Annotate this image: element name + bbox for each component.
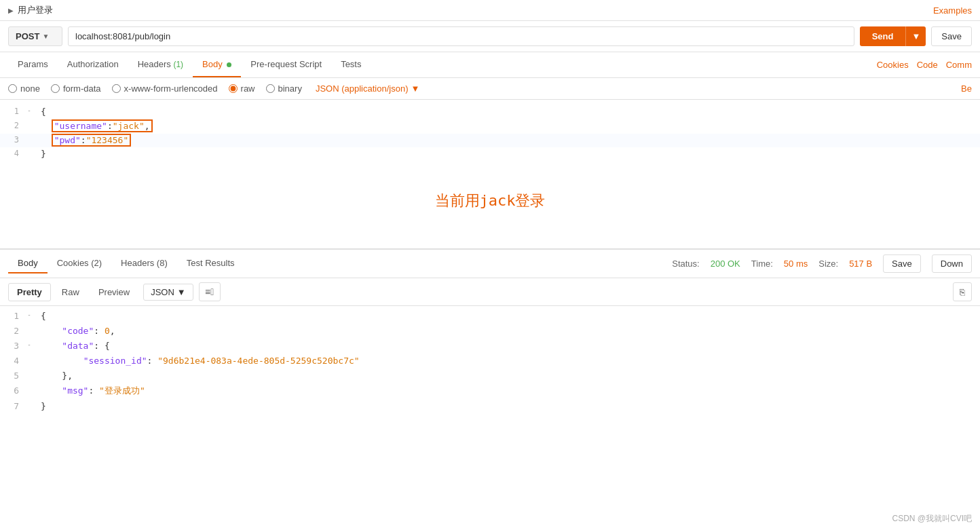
tab-tests[interactable]: Tests bbox=[331, 52, 371, 77]
radio-raw[interactable]: raw bbox=[229, 83, 255, 94]
line-num-3: 3 bbox=[0, 134, 27, 147]
send-dropdown-arrow-icon[interactable]: ▼ bbox=[905, 26, 926, 46]
code-link[interactable]: Code bbox=[917, 60, 938, 70]
resp-line-num-6: 6 bbox=[0, 383, 27, 398]
cookies-link[interactable]: Cookies bbox=[877, 60, 909, 70]
response-meta: Status: 200 OK Time: 50 ms Size: 517 B S… bbox=[672, 254, 972, 273]
radio-none[interactable]: none bbox=[8, 83, 40, 94]
top-bar: ▶ 用户登录 Examples bbox=[0, 0, 980, 21]
tab-headers[interactable]: Headers (1) bbox=[128, 52, 193, 77]
line-num-2: 2 bbox=[0, 119, 27, 132]
resp-content-4: "session_id": "9d6b21e4-083a-4ede-805d-5… bbox=[38, 354, 980, 368]
beautify-link[interactable]: Be bbox=[961, 83, 972, 94]
size-label: Size: bbox=[818, 259, 838, 269]
request-code-editor[interactable]: 1 - { 2 "username":"jack", 3 "pwd":"1234… bbox=[0, 100, 980, 249]
send-label: Send bbox=[860, 26, 906, 46]
format-preview-btn[interactable]: Preview bbox=[90, 284, 138, 301]
format-raw-btn[interactable]: Raw bbox=[54, 284, 88, 301]
copy-response-button[interactable]: ⎘ bbox=[953, 282, 972, 301]
resp-toggle-1[interactable]: - bbox=[27, 309, 38, 320]
radio-form-data-input[interactable] bbox=[51, 84, 60, 93]
line-content-3: "pwd":"123456" bbox=[38, 134, 980, 148]
comm-link[interactable]: Comm bbox=[946, 60, 972, 70]
resp-toggle-3[interactable]: - bbox=[27, 339, 38, 350]
resp-line-7: 7 } bbox=[0, 399, 980, 414]
resp-line-4: 4 "session_id": "9d6b21e4-083a-4ede-805d… bbox=[0, 354, 980, 368]
resp-line-num-7: 7 bbox=[0, 399, 27, 414]
body-active-dot bbox=[227, 62, 231, 67]
request-title-text: 用户登录 bbox=[18, 4, 53, 16]
radio-urlencoded-label: x-www-form-urlencoded bbox=[124, 83, 218, 94]
line-num-1: 1 bbox=[0, 105, 27, 118]
headers-count-badge: (8) bbox=[157, 258, 168, 268]
line-num-4: 4 bbox=[0, 147, 27, 160]
line-toggle-1[interactable]: - bbox=[27, 105, 38, 116]
tab-pre-request-script[interactable]: Pre-request Script bbox=[241, 52, 331, 77]
resp-content-6: "msg": "登录成功" bbox=[38, 383, 980, 398]
cookies-count-badge: (2) bbox=[91, 258, 102, 268]
radio-urlencoded[interactable]: x-www-form-urlencoded bbox=[112, 83, 218, 94]
radio-form-data-label: form-data bbox=[63, 83, 101, 94]
time-label: Time: bbox=[751, 259, 773, 269]
resp-line-num-5: 5 bbox=[0, 368, 27, 383]
time-value: 50 ms bbox=[784, 259, 808, 269]
response-save-button[interactable]: Save bbox=[883, 254, 921, 273]
save-request-button[interactable]: Save bbox=[931, 26, 972, 46]
response-tab-test-results[interactable]: Test Results bbox=[177, 254, 244, 273]
response-tab-headers[interactable]: Headers (8) bbox=[111, 254, 177, 273]
radio-urlencoded-input[interactable] bbox=[112, 84, 121, 93]
resp-content-3: "data": { bbox=[38, 339, 980, 354]
radio-binary[interactable]: binary bbox=[266, 83, 302, 94]
url-input[interactable] bbox=[68, 26, 854, 46]
radio-form-data[interactable]: form-data bbox=[51, 83, 101, 94]
resp-content-2: "code": 0, bbox=[38, 324, 980, 339]
resp-line-6: 6 "msg": "登录成功" bbox=[0, 383, 980, 398]
resp-line-num-1: 1 bbox=[0, 309, 27, 324]
size-value: 517 B bbox=[849, 259, 872, 269]
json-format-dropdown-icon: ▼ bbox=[411, 83, 419, 94]
radio-none-input[interactable] bbox=[8, 84, 17, 93]
format-type-selector[interactable]: JSON ▼ bbox=[143, 284, 193, 301]
json-format-selector[interactable]: JSON (application/json) ▼ bbox=[316, 83, 419, 94]
line-content-4: } bbox=[38, 147, 980, 162]
examples-link[interactable]: Examples bbox=[933, 5, 972, 16]
json-format-label: JSON (application/json) bbox=[316, 83, 409, 94]
tab-params[interactable]: Params bbox=[8, 52, 58, 77]
format-type-dropdown-icon: ▼ bbox=[177, 287, 186, 297]
body-type-row: none form-data x-www-form-urlencoded raw… bbox=[0, 78, 980, 100]
resp-line-1: 1 - { bbox=[0, 309, 980, 324]
right-links: Cookies Code Comm bbox=[877, 60, 972, 70]
radio-binary-label: binary bbox=[278, 83, 302, 94]
response-download-button[interactable]: Down bbox=[932, 254, 972, 273]
response-code-editor[interactable]: 1 - { 2 "code": 0, 3 - "data": { 4 "sess… bbox=[0, 306, 980, 417]
method-dropdown-arrow-icon: ▼ bbox=[42, 33, 49, 40]
format-type-label: JSON bbox=[151, 287, 174, 297]
copy-icon: ⎘ bbox=[960, 287, 965, 297]
request-tabs: Params Authorization Headers (1) Body Pr… bbox=[0, 52, 980, 78]
radio-raw-input[interactable] bbox=[229, 84, 238, 93]
resp-line-num-4: 4 bbox=[0, 354, 27, 368]
line-content-2: "username":"jack", bbox=[38, 119, 980, 134]
resp-line-num-2: 2 bbox=[0, 324, 27, 339]
wrap-icon: ≡⃠ bbox=[205, 286, 214, 297]
radio-binary-input[interactable] bbox=[266, 84, 275, 93]
response-tab-cookies[interactable]: Cookies (2) bbox=[48, 254, 111, 273]
method-label: POST bbox=[16, 31, 39, 41]
send-button[interactable]: Send ▼ bbox=[860, 26, 926, 46]
wrap-toggle-button[interactable]: ≡⃠ bbox=[199, 282, 221, 301]
method-selector[interactable]: POST ▼ bbox=[8, 26, 62, 46]
url-bar: POST ▼ Send ▼ Save bbox=[0, 21, 980, 52]
headers-badge: (1) bbox=[173, 60, 183, 69]
resp-content-7: } bbox=[38, 399, 980, 414]
format-pretty-btn[interactable]: Pretty bbox=[8, 283, 51, 301]
resp-line-2: 2 "code": 0, bbox=[0, 324, 980, 339]
tab-body[interactable]: Body bbox=[193, 52, 241, 77]
response-tab-body[interactable]: Body bbox=[8, 254, 48, 273]
status-value: 200 OK bbox=[711, 259, 740, 269]
tab-authorization[interactable]: Authorization bbox=[58, 52, 128, 77]
resp-content-5: }, bbox=[38, 368, 980, 383]
code-line-3: 3 "pwd":"123456" bbox=[0, 134, 980, 148]
expand-arrow-icon[interactable]: ▶ bbox=[8, 7, 14, 14]
resp-line-num-3: 3 bbox=[0, 339, 27, 354]
resp-line-5: 5 }, bbox=[0, 368, 980, 383]
